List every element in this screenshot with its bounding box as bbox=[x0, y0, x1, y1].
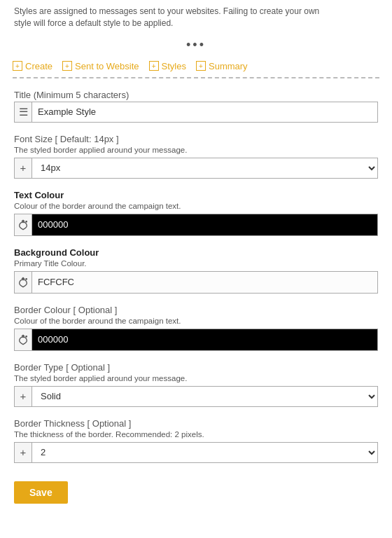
tab-summary[interactable]: + Summary bbox=[196, 61, 248, 71]
bgcolour-swatch[interactable]: FCFCFC bbox=[32, 271, 378, 294]
tab-styles[interactable]: + Styles bbox=[149, 61, 186, 71]
fontsize-group: Font Size [ Default: 14px ] The styled b… bbox=[14, 134, 378, 179]
bordercolour-input-row: 000000 bbox=[14, 329, 378, 351]
textcolour-input-row: 000000 bbox=[14, 214, 378, 236]
tab-divider bbox=[13, 77, 379, 78]
svg-point-1 bbox=[25, 278, 27, 280]
borderthickness-input-row: + 2 1 3 4 5 bbox=[14, 442, 378, 463]
svg-point-2 bbox=[25, 336, 27, 338]
bordertype-select[interactable]: Solid Dashed Dotted Double None bbox=[32, 386, 378, 407]
bordercolour-picker-icon[interactable] bbox=[14, 329, 32, 351]
bordercolour-group: Border Colour [ Optional ] Colour of the… bbox=[14, 305, 378, 351]
title-group: Title (Minimum 5 characters) ☰ bbox=[14, 90, 378, 123]
bordercolour-sublabel: Colour of the border around the campaign… bbox=[14, 317, 378, 325]
bgcolour-group: Background Colour Primary Title Colour. … bbox=[14, 247, 378, 294]
fontsize-select[interactable]: 14px 10px 12px 16px 18px 20px bbox=[32, 158, 378, 179]
bordertype-expand-icon[interactable]: + bbox=[14, 386, 32, 407]
tab-styles-label: Styles bbox=[162, 61, 186, 71]
textcolour-group: Text Colour Colour of the border around … bbox=[14, 190, 378, 236]
fontsize-expand-icon[interactable]: + bbox=[14, 158, 32, 179]
textcolour-value: 000000 bbox=[38, 219, 68, 230]
title-input-row: ☰ bbox=[14, 102, 378, 123]
textcolour-label: Text Colour bbox=[14, 190, 378, 200]
create-tab-icon: + bbox=[13, 61, 22, 71]
tab-summary-label: Summary bbox=[209, 61, 248, 71]
textcolour-swatch[interactable]: 000000 bbox=[32, 214, 378, 236]
fontsize-input-row: + 14px 10px 12px 16px 18px 20px bbox=[14, 158, 378, 179]
borderthickness-sublabel: The thickness of the border. Recommended… bbox=[14, 430, 378, 439]
tab-sent-label: Sent to Website bbox=[75, 61, 139, 71]
save-button[interactable]: Save bbox=[14, 481, 68, 504]
bgcolour-input-row: FCFCFC bbox=[14, 271, 378, 294]
style-form: Title (Minimum 5 characters) ☰ Font Size… bbox=[0, 90, 392, 504]
fontsize-label: Font Size [ Default: 14px ] bbox=[14, 134, 378, 144]
bordertype-group: Border Type [ Optional ] The styled bord… bbox=[14, 362, 378, 407]
page-description: Styles are assigned to messages sent to … bbox=[0, 0, 392, 34]
fontsize-sublabel: The styled border applied around your me… bbox=[14, 146, 378, 154]
bordercolour-label: Border Colour [ Optional ] bbox=[14, 305, 378, 315]
svg-point-0 bbox=[25, 221, 27, 223]
title-expand-icon[interactable]: ☰ bbox=[14, 102, 32, 123]
tab-create[interactable]: + Create bbox=[13, 61, 52, 71]
title-input[interactable] bbox=[32, 102, 378, 123]
borderthickness-label: Border Thickness [ Optional ] bbox=[14, 418, 378, 429]
title-label: Title (Minimum 5 characters) bbox=[14, 90, 378, 100]
styles-tab-icon: + bbox=[149, 61, 159, 71]
sent-tab-icon: + bbox=[62, 61, 72, 71]
bgcolour-label: Background Colour bbox=[14, 247, 378, 258]
borderthickness-expand-icon[interactable]: + bbox=[14, 442, 32, 463]
tab-sent-to-website[interactable]: + Sent to Website bbox=[62, 61, 139, 71]
bordertype-label: Border Type [ Optional ] bbox=[14, 362, 378, 373]
bgcolour-value: FCFCFC bbox=[38, 277, 74, 287]
summary-tab-icon: + bbox=[196, 61, 206, 71]
navigation-tabs: + Create + Sent to Website + Styles + Su… bbox=[0, 57, 392, 77]
bordertype-sublabel: The styled border applied around your me… bbox=[14, 374, 378, 382]
borderthickness-select[interactable]: 2 1 3 4 5 bbox=[32, 442, 378, 463]
bgcolour-picker-icon[interactable] bbox=[14, 271, 32, 294]
bgcolour-sublabel: Primary Title Colour. bbox=[14, 259, 378, 268]
bordercolour-value: 000000 bbox=[38, 334, 68, 345]
dots-separator: ••• bbox=[0, 34, 392, 57]
borderthickness-group: Border Thickness [ Optional ] The thickn… bbox=[14, 418, 378, 463]
bordertype-input-row: + Solid Dashed Dotted Double None bbox=[14, 386, 378, 407]
bordercolour-swatch[interactable]: 000000 bbox=[32, 329, 378, 351]
textcolour-picker-icon[interactable] bbox=[14, 214, 32, 236]
tab-create-label: Create bbox=[25, 61, 52, 71]
save-group: Save bbox=[14, 474, 378, 504]
textcolour-sublabel: Colour of the border around the campaign… bbox=[14, 202, 378, 210]
